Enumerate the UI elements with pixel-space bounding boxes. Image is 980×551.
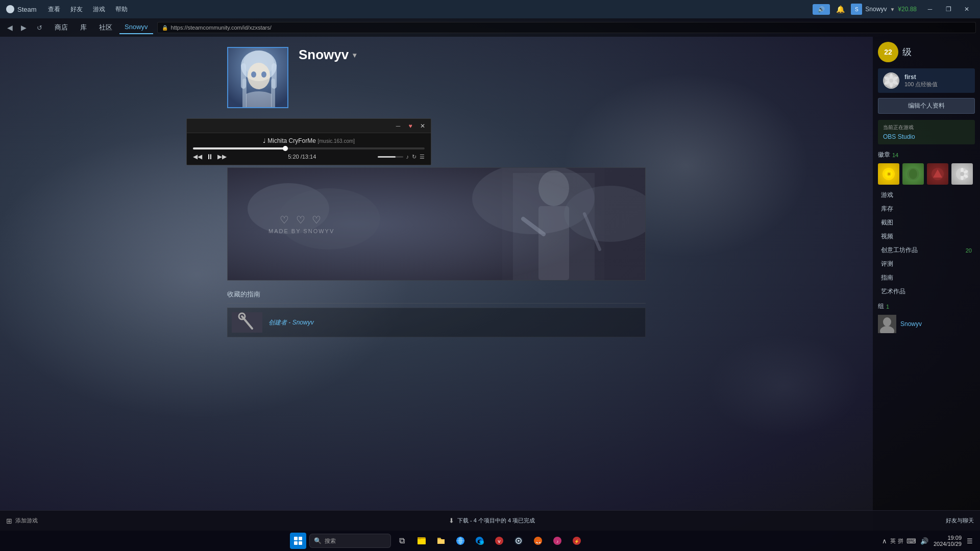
xp-icon (883, 72, 899, 89)
menu-view[interactable]: 查看 (43, 0, 65, 18)
taskbar-browser[interactable] (452, 533, 469, 549)
taskbar-app2[interactable]: ♪ (549, 533, 566, 549)
progress-fill (193, 147, 286, 149)
steam-icon: ⚙ (6, 5, 14, 13)
progress-bar[interactable] (193, 147, 425, 149)
task-view-button[interactable]: ⧉ (394, 533, 410, 549)
badge-tri-image (930, 166, 945, 182)
xp-badge-name: first (904, 73, 970, 81)
download-section[interactable]: ⬇ 下载 - 4 个项目中的 4 项已完成 (449, 517, 535, 524)
title-bar: ⚙ Steam 查看 好友 游戏 帮助 🔊 🔔 S Snowyv ▼ ¥20.8… (0, 0, 980, 18)
app-name: Steam (17, 6, 37, 13)
nav-library[interactable]: 库 (75, 21, 92, 34)
menu-friends[interactable]: 好友 (65, 0, 88, 18)
clock-section[interactable]: 19:09 2024/10/29 (934, 535, 962, 547)
nav-community[interactable]: 社区 (94, 21, 117, 34)
player-minimize[interactable]: ─ (394, 122, 402, 130)
title-bar-left: ⚙ Steam 查看 好友 游戏 帮助 (0, 0, 133, 18)
voice-button[interactable]: 🔊 (813, 4, 830, 15)
edit-profile-button[interactable]: 编辑个人资料 (878, 98, 975, 114)
volume-fill (378, 156, 396, 158)
badge-gold[interactable]: ☀ (878, 163, 899, 185)
svg-rect-49 (294, 541, 298, 545)
taskbar-edge[interactable] (472, 533, 488, 549)
taskbar-steam[interactable] (510, 533, 527, 549)
profile-avatar (227, 47, 288, 108)
taskbar-orange[interactable]: 🦊 (530, 533, 546, 549)
minimize-button[interactable]: ─ (921, 0, 939, 18)
artwork-label: 艺术作品 (881, 287, 905, 296)
nav-profile[interactable]: Snowyv (119, 21, 153, 34)
add-game-section[interactable]: ⊞ 添加游戏 (6, 517, 38, 525)
svg-point-3 (248, 63, 270, 89)
window-controls: ─ ❐ ✕ (921, 0, 976, 18)
taskbar-explorer[interactable] (413, 533, 430, 549)
taskbar-app3[interactable]: ⚡ (569, 533, 585, 549)
notification-button[interactable]: 🔔 (834, 3, 847, 15)
group-item[interactable]: Snowyv (878, 315, 975, 333)
svg-point-8 (251, 71, 256, 78)
refresh-button[interactable]: ↺ (34, 23, 45, 33)
svg-rect-7 (271, 79, 275, 108)
voice-icon: 🔊 (818, 6, 825, 13)
volume-icon[interactable]: 🔊 (919, 536, 929, 546)
url-bar[interactable]: 🔒 https://steamcommunity.com/id/xzxstars… (157, 22, 976, 33)
nav-store[interactable]: 商店 (50, 21, 73, 34)
player-close[interactable]: ✕ (419, 122, 427, 130)
showcase-watermark: ♡ ♡ ♡ MADE BY SNOWYV (268, 214, 334, 234)
sidebar-link-guides[interactable]: 指南 (878, 271, 975, 284)
profile-dropdown-arrow[interactable]: ▾ (353, 51, 356, 59)
badge-count: 14 (892, 152, 898, 158)
tray-expand[interactable]: ∧ (881, 536, 888, 546)
user-info[interactable]: S Snowyv ▼ ¥20.88 (851, 4, 917, 15)
windows-search[interactable]: 🔍 搜索 (309, 534, 391, 548)
forward-button[interactable]: ▶ (18, 22, 30, 33)
currently-playing-label: 当前正在游戏 (883, 124, 970, 131)
badge-flower[interactable] (951, 163, 973, 185)
windows-logo (293, 536, 303, 545)
menu-games[interactable]: 游戏 (88, 0, 110, 18)
showcase-image: ♡ ♡ ♡ MADE BY SNOWYV (228, 168, 645, 280)
lock-icon: 🔒 (162, 25, 168, 31)
svg-rect-50 (299, 541, 302, 545)
next-button[interactable]: ▶▶ (217, 153, 227, 160)
red-icon: V (494, 536, 504, 546)
friends-chat-section[interactable]: 好友与聊天 (946, 517, 974, 524)
back-button[interactable]: ◀ (4, 22, 16, 33)
download-icon: ⬇ (449, 517, 454, 524)
group-count: 1 (886, 304, 889, 310)
sidebar-link-screenshots[interactable]: 截图 (878, 216, 975, 229)
profile-name-row: Snowyv ▾ (299, 47, 646, 63)
volume-bar[interactable] (378, 156, 403, 158)
player-favorite[interactable]: ♥ (406, 122, 414, 130)
pause-button[interactable]: ⏸ (206, 153, 213, 161)
badge-tri[interactable] (927, 163, 948, 185)
queue-icon[interactable]: ☰ (420, 154, 425, 160)
menu-help[interactable]: 帮助 (110, 0, 133, 18)
close-button[interactable]: ✕ (958, 0, 976, 18)
guide-item[interactable]: 创建者 - Snowyv (227, 308, 646, 337)
sidebar-link-videos[interactable]: 视频 (878, 230, 975, 243)
sidebar-link-reviews[interactable]: 评测 (878, 258, 975, 270)
svg-rect-53 (418, 537, 421, 539)
start-button[interactable] (290, 533, 306, 549)
sidebar-link-artwork[interactable]: 艺术作品 (878, 285, 975, 298)
sidebar-link-inventory[interactable]: 库存 (878, 203, 975, 215)
sidebar-link-workshop[interactable]: 创意工坊作品 20 (878, 244, 975, 257)
restore-button[interactable]: ❐ (939, 0, 958, 18)
repeat-icon[interactable]: ↻ (412, 154, 416, 160)
made-by-text: MADE BY SNOWYV (268, 228, 334, 234)
guide-thumbnail (232, 312, 262, 333)
notification-area[interactable]: ☰ (966, 536, 974, 546)
taskbar-files[interactable] (433, 533, 449, 549)
prev-button[interactable]: ◀◀ (193, 153, 202, 160)
sidebar-link-games[interactable]: 游戏 (878, 189, 975, 202)
taskbar-red[interactable]: V (491, 533, 507, 549)
browser-icon (455, 536, 465, 546)
main-content: Snowyv ▾ ─ ♥ ✕ ♩ Michita CryForMe [music… (0, 37, 980, 531)
svg-text:☀: ☀ (887, 171, 891, 177)
keyboard-icon[interactable]: ⌨ (905, 536, 917, 546)
badge-earth[interactable] (902, 163, 924, 185)
svg-point-30 (889, 79, 893, 83)
profile-username: Snowyv (299, 47, 349, 63)
